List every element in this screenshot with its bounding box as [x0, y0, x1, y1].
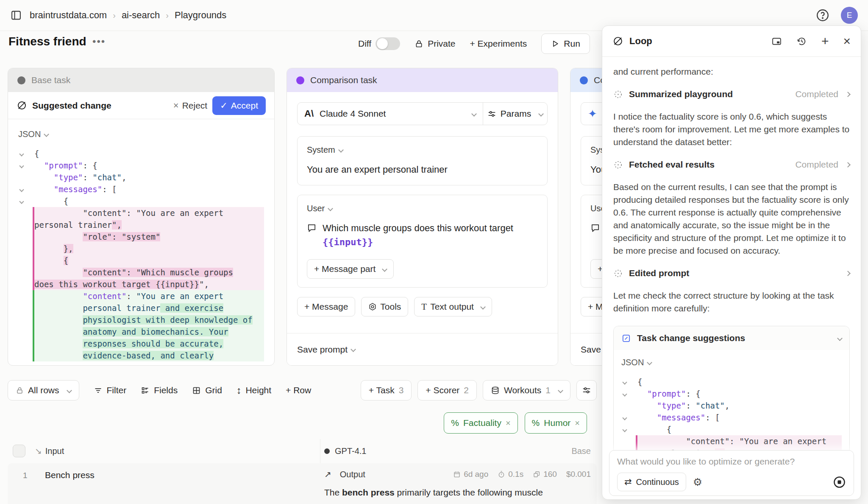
- task-count: 3: [399, 385, 404, 395]
- help-icon[interactable]: [815, 8, 830, 22]
- json-suggestions-editor[interactable]: {"prompt": {"type": "chat","messages": […: [621, 376, 842, 451]
- fields-icon: [141, 386, 150, 395]
- tools-icon: [368, 302, 377, 311]
- model-column-header[interactable]: GPT-4.1: [335, 446, 366, 456]
- task-change-suggestions-header[interactable]: Task change suggestions: [614, 326, 849, 350]
- chevron-right-icon: [845, 162, 851, 168]
- sidebar-toggle-icon[interactable]: [10, 9, 22, 21]
- grid-button[interactable]: Grid: [192, 385, 222, 395]
- step-fetched-eval-results[interactable]: Fetched eval results Completed: [613, 160, 850, 170]
- template-variable: {{input}}: [323, 237, 373, 247]
- scorer-badge-factuality[interactable]: % Factuality ×: [444, 412, 517, 434]
- base-task-title: Base task: [31, 75, 70, 85]
- cost: $0.001: [566, 470, 591, 479]
- gear-icon[interactable]: ⚙: [693, 476, 702, 488]
- height-button[interactable]: ↕ Height: [236, 385, 271, 396]
- system-role-selector[interactable]: System: [307, 145, 343, 155]
- message-bubble-icon: [307, 223, 317, 233]
- database-icon: [491, 386, 500, 395]
- table-settings-button[interactable]: [576, 380, 597, 400]
- text-output-button[interactable]: T Text output: [414, 297, 492, 316]
- diff-label: Diff: [358, 39, 371, 49]
- loop-logo-icon: [612, 36, 623, 47]
- breadcrumb-section[interactable]: Playgrounds: [175, 10, 226, 21]
- format-selector[interactable]: JSON: [18, 129, 264, 139]
- run-button[interactable]: Run: [541, 34, 590, 54]
- breadcrumb-project[interactable]: ai-search: [122, 10, 160, 21]
- add-message-button[interactable]: + Message: [297, 297, 355, 316]
- step-progress-icon: [613, 160, 623, 170]
- output-arrow-icon: ↗: [324, 469, 331, 479]
- task-change-suggestions-card: Task change suggestions JSON {"prompt": …: [613, 326, 850, 451]
- avatar[interactable]: E: [841, 7, 858, 24]
- step-progress-icon: [613, 90, 623, 99]
- table-header: ↘ Input GPT-4.1 Base: [8, 439, 597, 463]
- system-message-card[interactable]: System You are an expert personal traine…: [297, 136, 548, 185]
- message-bubble-icon: [590, 223, 600, 233]
- tokens-icon: [533, 470, 540, 478]
- format-selector[interactable]: JSON: [621, 358, 842, 367]
- add-row-button[interactable]: + Row: [286, 385, 311, 395]
- stop-button[interactable]: [833, 476, 846, 489]
- third-task-dot-icon: [580, 76, 588, 84]
- add-task-button[interactable]: + Task3: [361, 380, 412, 400]
- input-field-icon: ↘: [35, 446, 42, 456]
- user-message-card[interactable]: User Which muscle groups does this worko…: [297, 195, 548, 288]
- step-summarized-playground[interactable]: Summarized playground Completed: [613, 89, 850, 99]
- title-menu-button[interactable]: •••: [92, 36, 106, 48]
- comparison-task-header[interactable]: Comparison task: [287, 68, 558, 92]
- loop-panel-header: Loop + ×: [602, 26, 861, 57]
- user-prompt-text[interactable]: Which muscle groups does this workout ta…: [323, 221, 538, 249]
- sliders-icon: [582, 386, 591, 395]
- timestamp: 6d ago: [453, 470, 488, 479]
- comparison-task-card: Comparison task A\ Claude 4 Sonnet Param…: [287, 68, 558, 366]
- base-task-header[interactable]: Base task: [8, 68, 274, 92]
- dataset-selector[interactable]: Workouts1: [483, 380, 570, 400]
- params-button[interactable]: Params: [483, 103, 547, 125]
- loop-input-box: ⇄ Continuous ⚙: [609, 450, 854, 496]
- fields-button[interactable]: Fields: [141, 385, 178, 395]
- history-icon[interactable]: [796, 36, 807, 47]
- row-number: 1: [23, 471, 28, 480]
- breadcrumb-org[interactable]: braintrustdata.com: [30, 10, 107, 21]
- input-column-header[interactable]: Input: [45, 446, 64, 456]
- step-edited-prompt[interactable]: Edited prompt: [613, 268, 850, 278]
- remove-scorer-icon[interactable]: ×: [575, 418, 580, 428]
- add-scorer-button[interactable]: + Scorer2: [417, 380, 477, 400]
- token-count: 160: [533, 470, 557, 479]
- accept-button[interactable]: ✓ Accept: [212, 96, 266, 115]
- private-button[interactable]: Private: [415, 39, 455, 49]
- pip-icon[interactable]: [771, 36, 782, 47]
- assistant-text: Let me check the correct structure by lo…: [613, 289, 850, 315]
- system-prompt-text[interactable]: You are an expert personal trainer: [307, 162, 538, 176]
- assistant-text: I notice the factuality score is only 0.…: [613, 110, 850, 148]
- loop-prompt-input[interactable]: [617, 456, 846, 467]
- all-rows-selector[interactable]: All rows: [8, 380, 79, 400]
- chevron-right-icon: [845, 92, 851, 97]
- anthropic-logo-icon: A\: [304, 108, 314, 119]
- remove-scorer-icon[interactable]: ×: [506, 418, 511, 428]
- new-session-icon[interactable]: +: [821, 34, 829, 48]
- reject-button[interactable]: × Reject: [173, 100, 207, 111]
- user-role-selector[interactable]: User: [307, 204, 332, 213]
- save-prompt-button[interactable]: Save prompt: [287, 333, 558, 365]
- output-text[interactable]: The bench press primarily targets the fo…: [324, 485, 591, 504]
- json-diff-editor[interactable]: {"prompt": {"type": "chat","messages": […: [18, 148, 264, 361]
- output-label[interactable]: Output: [340, 470, 365, 479]
- continuous-mode-button[interactable]: ⇄ Continuous: [617, 473, 686, 491]
- row-input-value[interactable]: Bench press: [45, 470, 95, 480]
- table-row[interactable]: 1 Bench press ↗ Output 6d ago 0.1s 1: [8, 463, 597, 504]
- tools-button[interactable]: Tools: [361, 297, 408, 316]
- model-selector[interactable]: A\ Claude 4 Sonnet: [298, 103, 483, 125]
- gemini-star-icon: ✦: [588, 107, 597, 120]
- diff-toggle[interactable]: [376, 37, 400, 50]
- select-all-checkbox[interactable]: [13, 445, 25, 457]
- scorer-count: 2: [464, 385, 469, 395]
- scorer-badge-humor[interactable]: % Humor ×: [525, 412, 587, 434]
- experiments-button[interactable]: + Experiments: [470, 39, 527, 49]
- filter-button[interactable]: Filter: [94, 385, 127, 395]
- suggested-change-bar: Suggested change × Reject ✓ Accept: [8, 92, 274, 119]
- close-icon[interactable]: ×: [843, 34, 851, 48]
- add-message-part-button[interactable]: + Message part: [307, 259, 394, 279]
- percent-icon: %: [451, 418, 459, 428]
